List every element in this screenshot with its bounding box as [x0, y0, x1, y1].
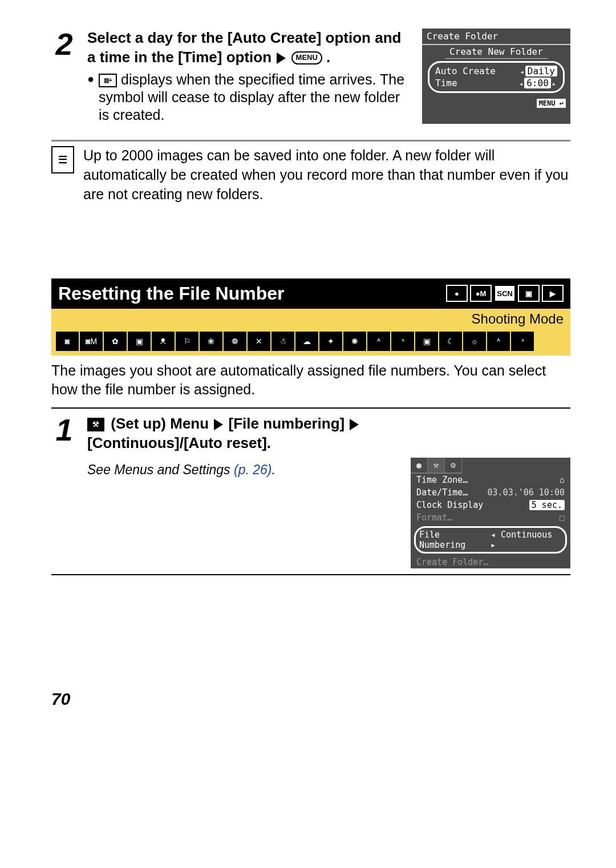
- mode-icon: ☼: [463, 332, 486, 351]
- see-menus-link: See Menus and Settings (p. 26).: [87, 462, 399, 478]
- new-folder-icon: ▥+: [99, 74, 117, 87]
- mode-icon: ˢ: [511, 332, 534, 351]
- screen1-title: Create Folder: [422, 29, 570, 45]
- step-1-number: 1: [51, 414, 77, 568]
- heading-icon-2: ●M: [470, 285, 492, 302]
- row-clock-val: 5 sec.: [529, 500, 565, 510]
- mode-icon: ˢ: [391, 332, 414, 351]
- mode-icon: ▣: [128, 332, 151, 351]
- heading-icon-5: ▶: [542, 285, 564, 302]
- step-1-heading: ⚒ (Set up) Menu [File numbering] [Contin…: [87, 414, 570, 453]
- mode-icon: ᴬ: [367, 332, 390, 351]
- row-clock: Clock Display: [416, 500, 483, 510]
- file-numbering-screen: ● ⚒ ⚙ Time Zone…⌂ Date/Time…03.03.'06 10…: [411, 458, 570, 568]
- section-heading-bar: Resetting the File Number ● ●M SCN ▣ ▶: [51, 278, 570, 309]
- section-title: Resetting the File Number: [58, 283, 285, 304]
- tab-setup: ⚒: [428, 458, 445, 474]
- shooting-mode-icons-row: ◙ ◙M ✿ ▣ ᴥ ⚐ ❀ ❁ ✕ ☃ ☁ ✦ ✺ ᴬ ˢ ▣ ☾ ☼ ᴬ ˢ: [51, 329, 570, 356]
- mode-icon: ✦: [319, 332, 342, 351]
- row-faded2: Create Folder…: [411, 556, 570, 568]
- bullet-icon: ●: [87, 71, 94, 124]
- auto-create-label: Auto Create: [435, 66, 496, 76]
- step-2-bullet: ▥+ displays when the specified time arri…: [99, 71, 411, 124]
- mode-icon: ☾: [439, 332, 462, 351]
- mode-icon: ☃: [271, 332, 294, 351]
- shooting-mode-strip: Shooting Mode: [51, 309, 570, 329]
- shooting-mode-label: Shooting Mode: [472, 311, 564, 327]
- heading-mode-icons: ● ●M SCN ▣ ▶: [446, 285, 564, 302]
- step-1-setup: (Set up) Menu: [111, 415, 209, 432]
- mode-icon: ☁: [295, 332, 318, 351]
- page-number: 70: [51, 689, 570, 709]
- mode-icon: ❁: [224, 332, 246, 351]
- sel-label: File Numbering: [419, 530, 491, 550]
- mode-icon: ⚐: [176, 332, 198, 351]
- mode-icon: ✕: [248, 332, 270, 351]
- step-2-heading: Select a day for the [Auto Create] optio…: [87, 29, 411, 67]
- screen1-highlight: Auto Create ◂Daily Time ◂6:00▸: [428, 61, 565, 93]
- step-2-heading-text: Select a day for the [Auto Create] optio…: [87, 29, 401, 66]
- divider: [51, 140, 570, 142]
- setup-tool-icon: ⚒: [87, 418, 104, 431]
- menu-tag-icon: MENU ↩: [537, 99, 566, 108]
- auto-create-value: Daily: [525, 66, 557, 76]
- create-folder-screen: Create Folder Create New Folder Auto Cre…: [422, 29, 570, 124]
- mode-icon: ᴬ: [487, 332, 510, 351]
- time-label: Time: [435, 78, 457, 88]
- note-text: Up to 2000 images can be saved into one …: [83, 146, 570, 204]
- right-triangle-icon: [214, 419, 223, 430]
- step-2-bullet-text: displays when the specified time arrives…: [99, 71, 404, 123]
- mode-icon: ▣: [415, 332, 438, 351]
- row-timezone: Time Zone…: [416, 475, 468, 485]
- row-datetime-val: 03.03.'06 10:00: [488, 487, 565, 498]
- section-intro-text: The images you shoot are automatically a…: [51, 361, 570, 400]
- mode-icon: ◙: [56, 332, 79, 351]
- menu-button-icon: MENU: [291, 51, 322, 64]
- heading-icon-3: SCN: [494, 285, 516, 302]
- screen1-line-create-new: Create New Folder: [445, 45, 548, 59]
- sel-value: Continuous: [501, 530, 552, 540]
- right-triangle-icon: [277, 53, 286, 64]
- mode-icon: ᴥ: [152, 332, 175, 351]
- mode-icon: ❀: [200, 332, 222, 351]
- right-triangle-icon: [350, 419, 359, 430]
- mode-icon: ◙M: [80, 332, 103, 351]
- step-2-number: 2: [51, 29, 77, 59]
- note-icon: ☰: [51, 146, 74, 173]
- step-1-filenum: [File numbering]: [229, 415, 345, 432]
- row-timezone-val: ⌂: [560, 475, 565, 485]
- mode-icon: ✿: [104, 332, 127, 351]
- tab-shoot: ●: [411, 458, 428, 474]
- tab-myself: ⚙: [445, 458, 462, 474]
- file-numbering-selection: File Numbering ◂ Continuous ▸: [414, 526, 567, 554]
- heading-icon-4: ▣: [518, 285, 540, 302]
- step-1-rest: [Continuous]/[Auto reset].: [87, 434, 271, 451]
- mode-icon: ✺: [343, 332, 366, 351]
- time-value: 6:00: [524, 78, 551, 88]
- row-faded: Format…□: [411, 511, 570, 524]
- heading-icon-1: ●: [446, 285, 468, 302]
- row-datetime: Date/Time…: [416, 487, 468, 498]
